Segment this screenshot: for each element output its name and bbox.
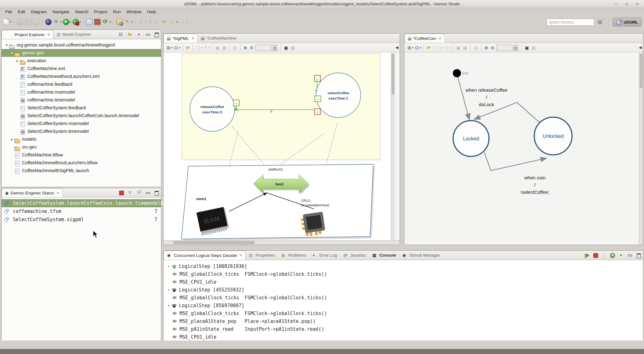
bcool-icon[interactable] xyxy=(45,19,52,25)
view-menu-icon[interactable] xyxy=(619,253,624,258)
close-tab-icon[interactable]: ✕ xyxy=(239,253,242,258)
tree-item[interactable]: ▾ org.gemoc.sample.bcool.coffeemachinewi… xyxy=(2,41,161,49)
save-icon[interactable] xyxy=(17,19,23,25)
refresh-diagram-icon[interactable]: ⟳ xyxy=(186,45,190,50)
perspective-xdsml-button[interactable]: xDSML xyxy=(613,18,641,26)
close-tab-icon[interactable]: ✕ xyxy=(47,33,50,37)
menu-item[interactable]: Window xyxy=(124,8,144,15)
maximize-view-icon[interactable] xyxy=(636,253,641,258)
tab-model-explorer[interactable]: ▤ Model Explorer xyxy=(53,30,94,39)
dropdown-arrow-icon[interactable]: ▾ xyxy=(420,46,421,49)
logical-step-row[interactable]: MSE_placeA1State_pop Place->placeA1State… xyxy=(164,317,643,325)
logical-step-row[interactable]: MSE_globalClock_ticks FSMClock->globalCl… xyxy=(164,294,643,302)
dropdown-arrow-icon[interactable]: ▾ xyxy=(80,20,81,24)
output-port[interactable] xyxy=(233,100,239,106)
split-icon[interactable]: Y xyxy=(445,45,448,50)
view-menu-icon[interactable] xyxy=(136,32,142,37)
bottom-tab[interactable]: Error Log ✕ xyxy=(309,251,340,260)
menu-item[interactable]: Navigate xyxy=(50,8,72,15)
dropdown-arrow-icon[interactable]: ▾ xyxy=(10,20,11,24)
tab-coffeemachine[interactable]: *CoffeeMachine xyxy=(198,34,240,43)
zoom-in-icon[interactable]: ⊕ xyxy=(244,45,247,50)
stop-icon[interactable] xyxy=(593,253,598,258)
logical-step-row[interactable]: MSE_CPU1_idle xyxy=(164,333,643,341)
logical-step-row[interactable]: MSE_CPU1_idle xyxy=(164,278,643,286)
edit-icon[interactable]: ▦ xyxy=(463,45,467,50)
run-icon[interactable] xyxy=(63,19,69,25)
split-icon[interactable]: Y xyxy=(204,45,207,50)
new-container-icon[interactable]: ▢ xyxy=(437,45,441,50)
tree-item[interactable]: SelectCoffeeSystem.launchCoffeeCoin.laun… xyxy=(2,112,161,120)
logical-step-row[interactable]: MSE_globalClock_ticks FSMClock->globalCl… xyxy=(164,270,643,278)
tree-item[interactable]: CoffeeMachine.xml xyxy=(2,65,161,73)
export-image-icon[interactable]: ▣ xyxy=(525,45,529,50)
logical-step-row[interactable]: ▾ LogicalStep [1008261936] xyxy=(164,262,643,270)
dropdown-arrow-icon[interactable]: ▾ xyxy=(70,20,71,24)
new-model-icon[interactable] xyxy=(86,19,92,25)
dispose-engine-icon[interactable] xyxy=(128,190,133,195)
dropdown-arrow-icon[interactable]: ▾ xyxy=(131,20,133,24)
scrollbar-thumb[interactable] xyxy=(173,241,255,244)
initial-transition[interactable] xyxy=(458,77,469,119)
open-perspective-icon[interactable] xyxy=(597,19,604,25)
tree-item[interactable]: coffemachine.timemodel xyxy=(2,96,161,104)
tree-item[interactable]: SelectCoffeeSystem.msemodel xyxy=(2,120,161,128)
menu-item[interactable]: Project xyxy=(91,8,110,15)
restore-pane-icon[interactable]: ◀ xyxy=(639,45,642,50)
forward-icon[interactable] xyxy=(179,19,186,25)
tree-expand-icon[interactable]: ▸ xyxy=(9,138,14,141)
dropdown-arrow-icon[interactable]: ▾ xyxy=(442,46,444,49)
dropdown-arrow-icon[interactable]: ▾ xyxy=(109,20,111,24)
tree-item[interactable]: src-gen xyxy=(2,143,161,151)
paint-icon[interactable] xyxy=(125,19,131,25)
new-wizard-icon[interactable] xyxy=(3,19,9,25)
tree-item[interactable]: CoffeeMachine.bflow xyxy=(2,151,161,159)
tree-item[interactable]: ▾ gemoc-gen xyxy=(2,49,161,57)
paste-layout-icon[interactable]: ▤ xyxy=(233,45,237,50)
actor-releasecoffee[interactable] xyxy=(190,87,235,131)
layout-mode-icon[interactable]: ⊡ xyxy=(415,45,419,50)
dropdown-arrow-icon[interactable]: ▾ xyxy=(208,46,210,49)
sigpml-canvas[interactable]: p releaseCoffee execTime:3 selectCoffee … xyxy=(164,52,395,240)
tree-item[interactable]: SelectCoffeeSystem.timemodel xyxy=(2,128,161,135)
tree-item[interactable]: CoffeeMachinewithoutLaunchers.xml xyxy=(2,73,161,80)
input-port[interactable] xyxy=(314,75,320,81)
bottom-tab[interactable]: Problems ✕ xyxy=(278,251,309,260)
zoom-level-combo[interactable] xyxy=(496,45,513,51)
paste-layout-icon[interactable]: ▤ xyxy=(474,45,478,50)
dropdown-arrow-icon[interactable]: ▾ xyxy=(179,46,180,49)
tab-sigpml[interactable]: *SigPML ✕ xyxy=(164,34,198,43)
combo-arrow-icon[interactable]: ▼ xyxy=(272,45,277,51)
vertical-scrollbar[interactable] xyxy=(391,52,395,240)
refresh-diagram-icon[interactable]: ⟳ xyxy=(427,45,431,50)
menu-item[interactable]: Search xyxy=(72,8,91,15)
input-port[interactable] xyxy=(314,109,320,115)
save-all-icon[interactable] xyxy=(25,19,31,25)
dropdown-arrow-icon[interactable]: ▾ xyxy=(412,46,414,49)
menu-item[interactable]: Diagram xyxy=(28,8,50,15)
layout-mode-icon[interactable]: ⊡ xyxy=(174,45,178,50)
tree-item[interactable]: SelectCoffeeSystem.feedback xyxy=(2,104,161,112)
tab-project-explorer[interactable]: Project Explorer ✕ xyxy=(2,30,53,39)
tree-item[interactable]: coffemachine.msemodel xyxy=(2,88,161,96)
print-icon[interactable] xyxy=(33,19,39,25)
last-edit-icon[interactable] xyxy=(138,19,144,25)
select-mode-icon[interactable]: ⊞ xyxy=(167,45,170,50)
minimize-view-icon[interactable] xyxy=(627,253,632,258)
tab-coffeecoin[interactable]: *CoffeeCoin ✕ xyxy=(404,34,445,43)
bottom-tab[interactable]: Stimuli Manager ✕ xyxy=(399,251,443,260)
window-maximize-button[interactable]: + xyxy=(624,0,630,8)
logical-step-row[interactable]: MSE_pA1inState_read InputPort->pA1inStat… xyxy=(164,325,643,333)
engine-row[interactable]: coffemachine.tfsm 7 xyxy=(2,207,161,215)
next-annotation-icon[interactable] xyxy=(148,19,154,25)
close-tab-icon[interactable]: ✕ xyxy=(439,36,441,41)
tree-item[interactable]: CoffeeMachinewithSigPML.launch xyxy=(2,167,161,175)
coffeecoin-canvas[interactable]: init when releaseCoffee / doLock Locked … xyxy=(404,52,643,245)
bottom-tab[interactable]: Javadoc ✕ xyxy=(340,251,369,260)
tree-item[interactable]: CoffeeMachinewithoutLaunchers.bflow xyxy=(2,159,161,167)
actor-selectcoffee[interactable] xyxy=(316,73,361,117)
export-image-icon[interactable]: ▣ xyxy=(284,45,288,50)
tree-item[interactable]: coffemachine.feedback xyxy=(2,80,161,88)
scrollbar-thumb[interactable] xyxy=(640,54,642,88)
tree-item[interactable]: ▸ models xyxy=(2,135,161,143)
